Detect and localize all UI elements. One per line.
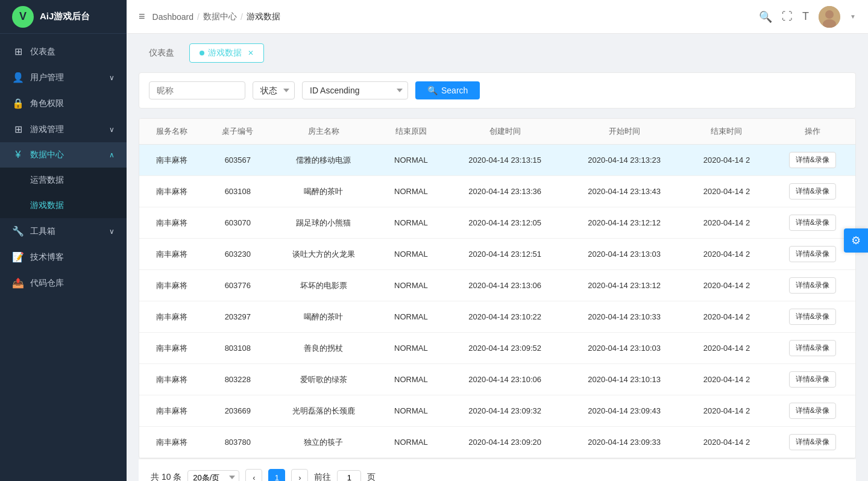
action-button[interactable]: 详情&录像 xyxy=(789,183,836,200)
cell-start: 2020-04-14 23:13:12 xyxy=(565,270,684,301)
dashboard-icon: ⊞ xyxy=(12,46,24,57)
gear-float-button[interactable]: ⚙ xyxy=(844,228,868,253)
breadcrumb-dashboard[interactable]: Dashboard xyxy=(153,12,194,22)
cell-end: 2020-04-14 2 xyxy=(684,145,770,176)
lock-icon: 🔒 xyxy=(12,98,24,109)
cell-owner: 独立的筷子 xyxy=(271,427,377,458)
action-button[interactable]: 详情&录像 xyxy=(789,246,836,262)
cell-end-reason: NORMAL xyxy=(377,207,445,239)
page-suffix: 页 xyxy=(367,472,376,481)
col-created: 创建时间 xyxy=(445,119,565,145)
cell-action: 详情&录像 xyxy=(769,270,855,301)
tab-dashboard[interactable]: 仪表盘 xyxy=(139,43,184,63)
action-button[interactable]: 详情&录像 xyxy=(789,403,836,419)
prev-page-button[interactable]: ‹ xyxy=(245,469,262,481)
table-row: 南丰麻将 203669 光明磊落的长颈鹿 NORMAL 2020-04-14 2… xyxy=(139,395,855,427)
sidebar-item-game-data[interactable]: 游戏数据 xyxy=(0,193,127,218)
menu-icon[interactable]: ≡ xyxy=(139,10,145,23)
action-button[interactable]: 详情&录像 xyxy=(789,371,836,388)
page-1-button[interactable]: 1 xyxy=(268,469,285,481)
cell-service: 南丰麻将 xyxy=(139,333,205,364)
sidebar-item-label: 技术博客 xyxy=(30,252,64,263)
breadcrumb-data-center[interactable]: 数据中心 xyxy=(203,11,237,22)
nickname-input[interactable] xyxy=(149,81,245,99)
cell-action: 详情&录像 xyxy=(769,176,855,207)
action-button[interactable]: 详情&录像 xyxy=(789,340,836,356)
chevron-down-icon: ∨ xyxy=(109,227,115,236)
avatar[interactable] xyxy=(819,6,840,28)
cell-end-reason: NORMAL xyxy=(377,145,445,176)
sidebar-item-role-perm[interactable]: 🔒 角色权限 xyxy=(0,90,127,116)
cell-service: 南丰麻将 xyxy=(139,427,205,458)
table-row: 南丰麻将 803780 独立的筷子 NORMAL 2020-04-14 23:0… xyxy=(139,427,855,458)
action-button[interactable]: 详情&录像 xyxy=(789,215,836,231)
chevron-down-icon: ∨ xyxy=(109,125,115,134)
cell-action: 详情&录像 xyxy=(769,364,855,395)
sort-select[interactable]: ID Ascending ID Descending 创建时间 Ascendin… xyxy=(302,81,408,99)
page-input[interactable] xyxy=(337,470,361,482)
search-button[interactable]: 🔍 Search xyxy=(415,81,480,99)
sidebar: V AiJ游戏后台 ⊞ 仪表盘 👤 用户管理 ∨ 🔒 角色权限 ⊞ 游戏管理 ∨… xyxy=(0,0,127,481)
cell-created: 2020-04-14 23:09:20 xyxy=(445,427,565,458)
sidebar-item-tech-blog[interactable]: 📝 技术博客 xyxy=(0,244,127,270)
action-button[interactable]: 详情&录像 xyxy=(789,277,836,294)
cell-service: 南丰麻将 xyxy=(139,270,205,301)
sidebar-item-game-mgmt[interactable]: ⊞ 游戏管理 ∨ xyxy=(0,116,127,142)
cell-service: 南丰麻将 xyxy=(139,176,205,207)
font-icon[interactable]: T xyxy=(802,10,809,23)
table-row: 南丰麻将 603776 坏坏的电影票 NORMAL 2020-04-14 23:… xyxy=(139,270,855,301)
cell-end-reason: NORMAL xyxy=(377,176,445,207)
cell-created: 2020-04-14 23:12:05 xyxy=(445,207,565,239)
table-row: 南丰麻将 603108 喝醉的茶叶 NORMAL 2020-04-14 23:1… xyxy=(139,176,855,207)
data-table: 服务名称 桌子编号 房主名称 结束原因 创建时间 开始时间 结束时间 操作 南丰… xyxy=(139,118,856,459)
cell-end: 2020-04-14 2 xyxy=(684,364,770,395)
blog-icon: 📝 xyxy=(12,251,24,263)
cell-created: 2020-04-14 23:12:51 xyxy=(445,239,565,270)
cell-table-no: 603230 xyxy=(205,239,271,270)
avatar-arrow[interactable]: ▼ xyxy=(850,13,856,20)
cell-action: 详情&录像 xyxy=(769,207,855,239)
cell-table-no: 603070 xyxy=(205,207,271,239)
tab-game-data[interactable]: 游戏数据 ✕ xyxy=(189,43,264,63)
cell-end: 2020-04-14 2 xyxy=(684,176,770,207)
sidebar-item-user-mgmt[interactable]: 👤 用户管理 ∨ xyxy=(0,64,127,90)
cell-start: 2020-04-14 23:09:43 xyxy=(565,395,684,427)
cell-action: 详情&录像 xyxy=(769,333,855,364)
svg-point-1 xyxy=(825,10,834,19)
cell-service: 南丰麻将 xyxy=(139,395,205,427)
table-row: 南丰麻将 203297 喝醉的茶叶 NORMAL 2020-04-14 23:1… xyxy=(139,301,855,333)
cell-end: 2020-04-14 2 xyxy=(684,239,770,270)
page-size-select[interactable]: 10条/页 20条/页 50条/页 100条/页 xyxy=(187,470,239,482)
sidebar-item-ops-data[interactable]: 运营数据 xyxy=(0,168,127,193)
tab-close-icon[interactable]: ✕ xyxy=(248,49,254,57)
status-select[interactable]: 状态 全部 正常 异常 xyxy=(253,81,295,99)
total-count: 共 10 条 xyxy=(151,472,181,481)
table-row: 南丰麻将 603230 谈吐大方的火龙果 NORMAL 2020-04-14 2… xyxy=(139,239,855,270)
cell-owner: 喝醉的茶叶 xyxy=(271,301,377,333)
cell-table-no: 203669 xyxy=(205,395,271,427)
sidebar-item-dashboard[interactable]: ⊞ 仪表盘 xyxy=(0,39,127,64)
next-page-button[interactable]: › xyxy=(291,469,308,481)
action-button[interactable]: 详情&录像 xyxy=(789,434,836,450)
cell-action: 详情&录像 xyxy=(769,395,855,427)
cell-owner: 谈吐大方的火龙果 xyxy=(271,239,377,270)
sidebar-item-toolbox[interactable]: 🔧 工具箱 ∨ xyxy=(0,218,127,244)
action-button[interactable]: 详情&录像 xyxy=(789,152,836,168)
table-row: 南丰麻将 603070 踢足球的小熊猫 NORMAL 2020-04-14 23… xyxy=(139,207,855,239)
search-icon[interactable]: 🔍 xyxy=(759,10,772,24)
breadcrumb: Dashboard / 数据中心 / 游戏数据 xyxy=(153,11,280,22)
breadcrumb-game-data[interactable]: 游戏数据 xyxy=(247,11,280,22)
sidebar-item-data-center[interactable]: ¥ 数据中心 ∧ xyxy=(0,142,127,168)
cell-action: 详情&录像 xyxy=(769,145,855,176)
repo-icon: 📤 xyxy=(12,277,24,289)
cell-end: 2020-04-14 2 xyxy=(684,395,770,427)
cell-start: 2020-04-14 23:10:13 xyxy=(565,364,684,395)
cell-service: 南丰麻将 xyxy=(139,145,205,176)
cell-action: 详情&录像 xyxy=(769,427,855,458)
sidebar-item-code-repo[interactable]: 📤 代码仓库 xyxy=(0,270,127,296)
cell-owner: 善良的拐杖 xyxy=(271,333,377,364)
sidebar-item-label: 用户管理 xyxy=(30,72,64,83)
action-button[interactable]: 详情&录像 xyxy=(789,309,836,325)
fullscreen-icon[interactable]: ⛶ xyxy=(782,10,793,23)
cell-created: 2020-04-14 23:13:06 xyxy=(445,270,565,301)
